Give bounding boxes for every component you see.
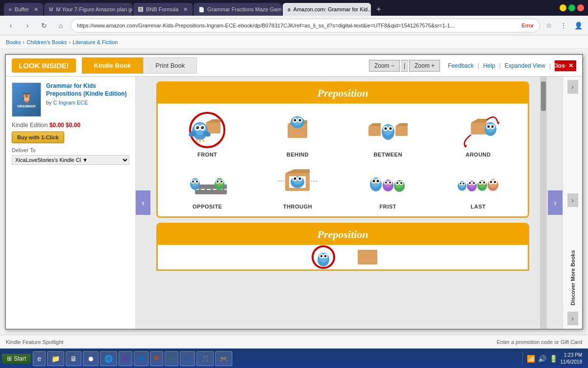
preposition-card-2: Preposition bbox=[156, 223, 529, 271]
zoom-minus-btn[interactable]: Zoom − bbox=[369, 60, 400, 72]
tab-icon: M bbox=[49, 7, 53, 12]
svg-point-24 bbox=[299, 119, 301, 122]
right-side-arrow-top[interactable]: › bbox=[567, 80, 578, 94]
look-inside-container: LOOK INSIDE! Kindle Book Print Book Zoom… bbox=[0, 49, 588, 335]
taskbar-outlook[interactable]: M bbox=[134, 351, 148, 366]
tab-kindle-book[interactable]: Kindle Book bbox=[82, 57, 144, 74]
price-value: $0.00 bbox=[66, 122, 80, 129]
back-btn[interactable]: ‹ bbox=[4, 19, 18, 32]
help-link[interactable]: Help bbox=[483, 62, 495, 69]
nav-icons: ☆ ⋮ 👤 bbox=[543, 20, 584, 31]
kindle-edition-info: Kindle Edition $0.00 $0.00 bbox=[12, 122, 129, 129]
look-inside-badge: LOOK INSIDE! bbox=[12, 58, 76, 73]
taskbar-excel[interactable]: X bbox=[165, 351, 178, 366]
error-indicator: Error bbox=[522, 23, 534, 28]
zoom-separator: | bbox=[401, 60, 408, 72]
title-bar: ≡ Buffer ✕ M M Your 7-Figure Amazon plan… bbox=[0, 0, 588, 16]
tab-grammar-fractions[interactable]: 📄 Grammar Fractions Maze Gam... ✕ bbox=[194, 3, 282, 16]
tab-close-btn[interactable]: ✕ bbox=[34, 6, 38, 13]
tab-gmail[interactable]: M M Your 7-Figure Amazon plan go... ✕ bbox=[44, 3, 132, 16]
breadcrumb-sep2: › bbox=[69, 39, 71, 45]
taskbar-word[interactable]: W bbox=[180, 351, 195, 366]
opposite-label: OPPOSITE bbox=[193, 204, 222, 210]
new-tab-btn[interactable]: + bbox=[372, 3, 386, 16]
taskbar-game[interactable]: 🎮 bbox=[215, 351, 232, 366]
next-page-btn[interactable]: › bbox=[548, 190, 563, 215]
book-title[interactable]: Grammar for Kids Prepositions (Kindle Ed… bbox=[46, 82, 129, 98]
excel-icon: X bbox=[169, 355, 173, 363]
sep1: | bbox=[478, 62, 479, 69]
taskbar-chrome[interactable]: 🌐 bbox=[100, 351, 117, 366]
taskbar-computer[interactable]: 🖥 bbox=[66, 351, 81, 366]
feedback-link[interactable]: Feedback bbox=[448, 62, 474, 69]
clock: 1:23 PM 11/6/2018 bbox=[561, 352, 583, 366]
forward-btn[interactable]: › bbox=[21, 19, 34, 32]
battery-icon: 🔋 bbox=[549, 355, 558, 363]
computer-icon: 🖥 bbox=[70, 355, 77, 363]
prep-item-last: LAST bbox=[436, 162, 521, 210]
svg-point-108 bbox=[469, 182, 471, 184]
taskbar-powerpoint[interactable]: P bbox=[150, 351, 163, 366]
prep-item-front: FRONT bbox=[165, 110, 250, 158]
book-details: Grammar for Kids Prepositions (Kindle Ed… bbox=[46, 82, 129, 117]
user-icon[interactable]: 👤 bbox=[572, 20, 584, 31]
svg-point-61 bbox=[217, 181, 219, 183]
start-button[interactable]: ⊞ Start bbox=[2, 354, 31, 364]
deliver-to-label: Deliver To bbox=[12, 147, 129, 153]
prev-page-btn[interactable]: ‹ bbox=[136, 190, 150, 215]
svg-point-81 bbox=[376, 180, 379, 183]
preposition-grid: FRONT bbox=[158, 104, 528, 216]
taskbar-onenote[interactable]: N bbox=[119, 351, 132, 366]
author-label: by bbox=[46, 100, 53, 105]
taskbar-ie[interactable]: e bbox=[33, 351, 46, 366]
svg-point-7 bbox=[196, 126, 199, 129]
zoom-controls: Zoom − | Zoom + bbox=[369, 60, 440, 72]
tab-bnb[interactable]: 🅱 BNB Formula ✕ bbox=[133, 3, 193, 16]
svg-point-87 bbox=[385, 182, 387, 184]
left-sidebar: 🦉 GRAMMAR Grammar for Kids Prepositions … bbox=[6, 77, 136, 329]
tab-print-book[interactable]: Print Book bbox=[143, 57, 197, 74]
maximize-btn[interactable] bbox=[568, 4, 575, 11]
svg-point-23 bbox=[294, 119, 296, 122]
media-icon: 🎵 bbox=[201, 355, 209, 363]
scroll-bar[interactable] bbox=[540, 77, 547, 329]
right-side-arrow-bottom[interactable]: › bbox=[567, 312, 578, 325]
address-bar[interactable]: https://www.amazon.com/Grammar-Kids-Prep… bbox=[71, 19, 540, 32]
book-info: 🦉 GRAMMAR Grammar for Kids Prepositions … bbox=[12, 82, 129, 117]
book-content-area: ‹ Preposition bbox=[136, 77, 563, 329]
taskbar-folder[interactable]: 📁 bbox=[47, 351, 64, 366]
bookmark-icon[interactable]: ☆ bbox=[543, 20, 555, 31]
tab-label: M Your 7-Figure Amazon plan go... bbox=[56, 6, 132, 12]
minimize-btn[interactable] bbox=[560, 4, 566, 11]
buy-button[interactable]: Buy with 1-Click bbox=[12, 131, 64, 143]
home-btn[interactable]: ⌂ bbox=[54, 19, 68, 32]
tab-bar: ≡ Buffer ✕ M M Your 7-Figure Amazon plan… bbox=[4, 0, 554, 16]
close-window-btn[interactable] bbox=[577, 4, 584, 11]
behind-svg bbox=[275, 110, 319, 150]
taskbar-media[interactable]: 🎵 bbox=[196, 351, 214, 366]
zoom-plus-btn[interactable]: Zoom + bbox=[409, 60, 440, 72]
right-side-arrow-mid[interactable]: › bbox=[567, 193, 578, 207]
tab-amazon-active[interactable]: a Amazon.com: Grammar for Kid... ✕ bbox=[283, 3, 371, 16]
between-illustration bbox=[366, 110, 410, 150]
svg-point-101 bbox=[460, 183, 462, 184]
close-modal-btn[interactable]: Close bbox=[555, 60, 565, 71]
breadcrumb-childrens[interactable]: Children's Books bbox=[26, 39, 67, 45]
expanded-view-link[interactable]: Expanded View bbox=[505, 62, 545, 69]
settings-icon[interactable]: ⋮ bbox=[558, 20, 569, 31]
scroll-thumb[interactable] bbox=[541, 81, 546, 111]
prep-item-opposite: OPPOSITE bbox=[165, 162, 250, 210]
tab-close-btn[interactable]: ✕ bbox=[183, 6, 188, 13]
breadcrumb-lit[interactable]: Literature & Fiction bbox=[73, 39, 118, 45]
deliver-select[interactable]: XicaLoveStories's Kindle Cl ▼ bbox=[12, 155, 129, 165]
front-label: FRONT bbox=[197, 152, 217, 158]
svg-point-71 bbox=[294, 178, 296, 180]
tab-buffer[interactable]: ≡ Buffer ✕ bbox=[4, 3, 43, 16]
author-link[interactable]: C Ingram ECE bbox=[53, 100, 88, 105]
taskbar-record[interactable]: ⏺ bbox=[83, 351, 98, 366]
tab-label: BNB Formula bbox=[146, 6, 178, 12]
refresh-btn[interactable]: ↻ bbox=[37, 19, 51, 32]
breadcrumb-books[interactable]: Books bbox=[6, 39, 21, 45]
close-x-btn[interactable]: ✕ bbox=[565, 60, 576, 71]
svg-point-8 bbox=[201, 126, 204, 129]
